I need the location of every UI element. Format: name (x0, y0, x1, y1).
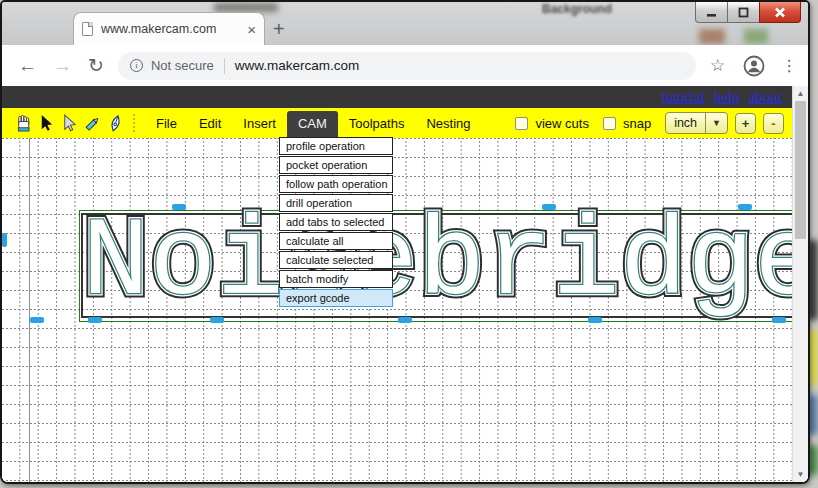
canvas-axis-line (29, 138, 30, 482)
zoom-in-button[interactable]: + (735, 113, 756, 134)
cam-dropdown-menu: profile operation pocket operation follo… (279, 137, 393, 308)
tab-close-icon[interactable]: × (247, 21, 256, 38)
selection-handle[interactable] (398, 317, 412, 323)
scroll-down-button[interactable]: ▼ (793, 467, 808, 482)
page-scrollbar[interactable]: ▲ ▼ (792, 86, 808, 482)
desktop-icon-blur (699, 29, 725, 44)
browser-menu-icon[interactable]: ⋮ (781, 56, 797, 75)
site-header-bar: tutorial help about (2, 86, 808, 108)
menu-item-follow-path-operation[interactable]: follow path operation (279, 175, 393, 193)
reload-button[interactable]: ↻ (88, 56, 104, 75)
menu-toolpaths[interactable]: Toolpaths (338, 111, 416, 136)
desktop-icon-blur (744, 29, 768, 44)
link-about[interactable]: about (749, 89, 782, 106)
not-secure-label: Not secure (151, 58, 214, 73)
pen-tool-button[interactable] (104, 112, 127, 134)
url-text[interactable]: www.makercam.com (235, 58, 360, 73)
dropdown-arrow-icon: ▼ (705, 113, 727, 133)
maximize-button[interactable] (727, 2, 760, 23)
browser-toolbar: ← → ↻ i Not secure www.makercam.com ☆ ⋮ (2, 45, 808, 86)
units-value: inch (666, 116, 705, 130)
tab-strip: Background www.makercam.com × + (2, 2, 808, 45)
menu-cam[interactable]: CAM (287, 111, 338, 139)
minimize-button[interactable] (695, 2, 728, 23)
zoom-out-button[interactable]: - (763, 113, 784, 134)
menu-insert[interactable]: Insert (232, 111, 287, 136)
toolbar-right-controls: view cuts snap inch ▼ + - (515, 112, 784, 134)
link-tutorial[interactable]: tutorial (662, 89, 705, 106)
toolbar-separator (133, 114, 135, 132)
selection-handle[interactable] (738, 204, 752, 210)
pen-nib-icon (106, 114, 125, 133)
pencil-tool-button[interactable] (81, 112, 104, 134)
desktop-blur-blob (214, 3, 278, 12)
selection-handle[interactable] (2, 233, 7, 247)
selection-handle[interactable] (772, 317, 786, 323)
minimize-icon (706, 7, 717, 18)
direct-select-tool-button[interactable] (58, 112, 81, 134)
address-bar[interactable]: i Not secure www.makercam.com (118, 52, 696, 80)
menu-item-batch-modify[interactable]: batch modify (279, 270, 393, 288)
menu-item-calculate-all[interactable]: calculate all (279, 232, 393, 250)
link-help[interactable]: help (714, 89, 740, 106)
drawing-canvas[interactable]: Noisebridge Noisebridge Noisebridge Nois… (2, 138, 808, 482)
close-button[interactable] (759, 2, 801, 23)
page-favicon-icon (82, 22, 93, 36)
close-icon (774, 7, 786, 18)
address-divider (224, 58, 225, 74)
selection-handle[interactable] (210, 317, 224, 323)
menu-item-add-tabs-to-selected[interactable]: add tabs to selected (279, 213, 393, 231)
browser-tab[interactable]: www.makercam.com × (73, 12, 265, 45)
view-cuts-checkbox[interactable] (515, 117, 528, 130)
scroll-up-button[interactable]: ▲ (793, 86, 808, 101)
select-arrow-icon (38, 114, 55, 132)
app-toolbar: File Edit Insert CAM Toolpaths Nesting v… (2, 108, 808, 138)
snap-checkbox[interactable] (603, 117, 616, 130)
page-content: tutorial help about (2, 86, 808, 482)
selection-handle[interactable] (30, 317, 44, 323)
menu-item-profile-operation[interactable]: profile operation (279, 137, 393, 155)
menu-item-pocket-operation[interactable]: pocket operation (279, 156, 393, 174)
menu-item-calculate-selected[interactable]: calculate selected (279, 251, 393, 269)
forward-button[interactable]: → (53, 56, 72, 75)
selection-handle[interactable] (88, 317, 102, 323)
tab-title: www.makercam.com (101, 22, 241, 36)
menu-nesting[interactable]: Nesting (415, 111, 481, 136)
snap-label: snap (623, 116, 651, 131)
window-controls (695, 2, 801, 23)
selection-handle[interactable] (588, 317, 602, 323)
desktop-blurred-label: Background (542, 2, 612, 16)
site-info-icon[interactable]: i (130, 59, 143, 72)
profile-avatar-icon[interactable] (743, 55, 765, 77)
hand-icon (14, 114, 33, 133)
hand-tool-button[interactable] (12, 112, 35, 134)
bookmark-star-icon[interactable]: ☆ (710, 55, 725, 76)
canvas-text-layer: Noisebridge (82, 208, 808, 320)
scrollbar-thumb[interactable] (795, 101, 806, 239)
direct-select-arrow-icon (61, 114, 78, 132)
select-tool-button[interactable] (35, 112, 58, 134)
back-button[interactable]: ← (18, 56, 37, 75)
new-tab-button[interactable]: + (273, 18, 285, 41)
menu-item-export-gcode[interactable]: export gcode (279, 289, 393, 307)
menu-edit[interactable]: Edit (188, 111, 232, 136)
menu-item-drill-operation[interactable]: drill operation (279, 194, 393, 212)
pencil-icon (83, 114, 102, 133)
selection-handle[interactable] (542, 204, 556, 210)
browser-window: Background www.makercam.com × + ← → ↻ i (0, 0, 810, 484)
maximize-icon (738, 7, 749, 18)
menu-file[interactable]: File (145, 111, 188, 136)
view-cuts-label: view cuts (535, 116, 588, 131)
selection-handle[interactable] (172, 204, 186, 210)
units-dropdown[interactable]: inch ▼ (665, 112, 728, 134)
